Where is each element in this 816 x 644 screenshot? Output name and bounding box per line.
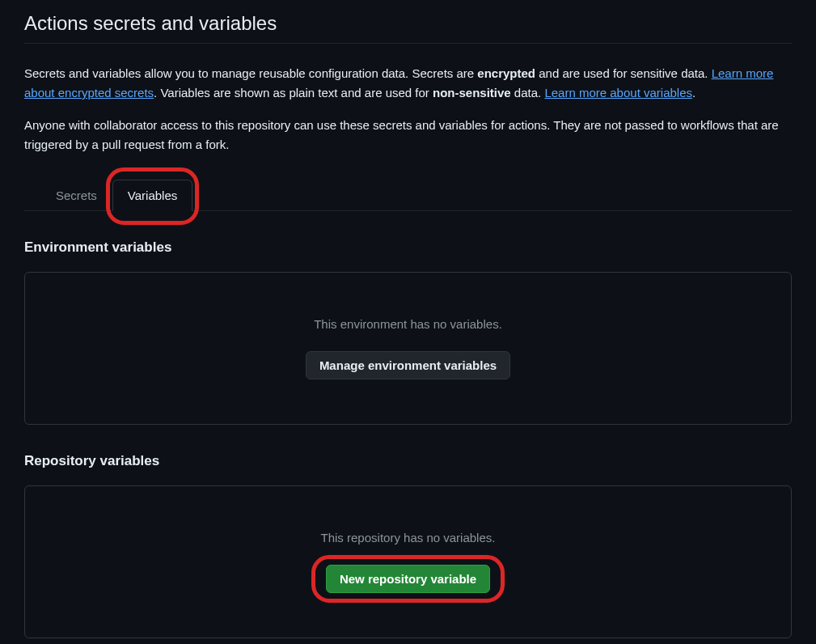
repository-variables-box: This repository has no variables. New re… [24,485,792,638]
access-note: Anyone with collaborator access to this … [24,116,792,155]
encrypted-bold: encrypted [477,66,535,80]
manage-environment-variables-button[interactable]: Manage environment variables [306,351,510,379]
learn-more-variables-link[interactable]: Learn more about variables [544,86,692,100]
non-sensitive-bold: non-sensitive [433,86,511,100]
description-text: data. [511,86,545,100]
repository-empty-text: This repository has no variables. [41,531,775,544]
environment-empty-text: This environment has no variables. [41,317,775,331]
description-text: . Variables are shown as plain text and … [154,86,433,100]
repository-variables-heading: Repository variables [24,453,792,469]
description-text: Secrets and variables allow you to manag… [24,66,477,80]
tab-variables[interactable]: Variables [112,180,192,211]
page-title: Actions secrets and variables [24,12,792,44]
new-repository-variable-button[interactable]: New repository variable [326,565,490,593]
new-repository-variable-highlight: New repository variable [326,565,490,593]
environment-variables-box: This environment has no variables. Manag… [24,272,792,425]
description-text: . [692,86,696,100]
description-paragraph-1: Secrets and variables allow you to manag… [24,64,792,103]
variables-tab-highlight: Variables [112,179,192,210]
tabs-container: Secrets Variables [24,179,792,211]
description-text: and are used for sensitive data. [535,66,712,80]
tab-secrets[interactable]: Secrets [40,180,112,211]
environment-variables-heading: Environment variables [24,239,792,256]
